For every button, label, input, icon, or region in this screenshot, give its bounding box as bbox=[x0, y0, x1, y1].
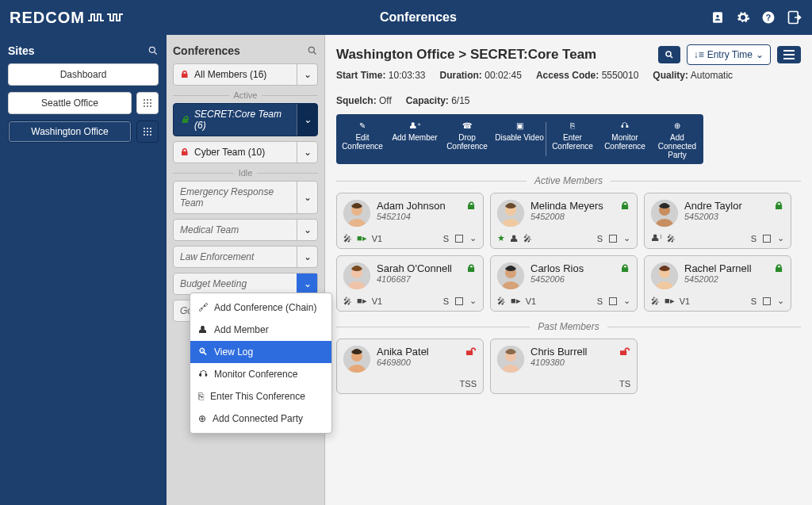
video-icon: ■▸ bbox=[665, 296, 675, 306]
member-name: Rachel Parnell bbox=[684, 262, 752, 274]
conferences-title: Conferences bbox=[173, 44, 240, 57]
search-icon: 🔍︎ bbox=[198, 346, 208, 358]
video-tag: V1 bbox=[372, 234, 382, 243]
site-grid-icon[interactable] bbox=[136, 92, 159, 114]
member-card[interactable]: Adam Johnson 5452104 🔒︎ 🎤︎■▸ V1 S ⌄ bbox=[336, 193, 484, 249]
avatar bbox=[497, 262, 524, 289]
conf-item[interactable]: Medical Team⌄ bbox=[173, 219, 318, 241]
menu-add-chain[interactable]: 🔗︎Add Conference (Chain) bbox=[190, 296, 331, 319]
site-seattle[interactable]: Seattle Office bbox=[8, 92, 132, 114]
chevron-down-icon[interactable]: ⌄ bbox=[623, 233, 630, 243]
menu-enter[interactable]: ⎘Enter This Conference bbox=[190, 385, 331, 407]
checkbox[interactable] bbox=[763, 297, 771, 305]
member-number: 4106687 bbox=[377, 274, 452, 284]
active-members-label: Active Members bbox=[336, 175, 801, 186]
menu-view-log[interactable]: 🔍︎View Log bbox=[190, 341, 331, 363]
chevron-down-icon[interactable]: ⌄ bbox=[469, 296, 477, 306]
checkbox[interactable] bbox=[609, 235, 617, 243]
checkbox[interactable] bbox=[609, 297, 617, 305]
headphones-icon: 🎧︎ bbox=[198, 369, 208, 380]
checkbox[interactable] bbox=[455, 235, 463, 243]
site-washington[interactable]: Washington Office bbox=[8, 121, 132, 143]
svg-rect-27 bbox=[783, 54, 795, 55]
svg-rect-28 bbox=[783, 58, 795, 59]
action-monitor[interactable]: 🎧︎Monitor Conference bbox=[599, 119, 651, 159]
member-number: 4109380 bbox=[530, 358, 588, 367]
chevron-down-icon[interactable]: ⌄ bbox=[297, 247, 317, 267]
member-card[interactable]: Rachel Parnell 5452002 🔒︎ 🎤︎■▸ V1 S ⌄ bbox=[644, 255, 791, 312]
chevron-down-icon[interactable]: ⌄ bbox=[297, 182, 317, 213]
sort-button[interactable]: ↓≡ Entry Time ⌄ bbox=[687, 44, 771, 65]
s-tag: S bbox=[751, 296, 756, 306]
member-card[interactable]: Carlos Rios 5452006 🔒︎ 🎤︎■▸ V1 S ⌄ bbox=[490, 255, 638, 312]
add-party-icon: ⊕ bbox=[653, 119, 702, 132]
chevron-down-icon[interactable]: ⌄ bbox=[297, 104, 317, 136]
svg-point-7 bbox=[147, 99, 148, 101]
conf-all-members[interactable]: 🔒︎All Members (16) ⌄ bbox=[173, 63, 318, 86]
add-user-icon: 👤︎⁺ bbox=[390, 119, 439, 132]
member-card[interactable]: Melinda Meyers 5452008 🔒︎ ★👤︎🎤︎ S ⌄ bbox=[490, 193, 638, 249]
svg-text:?: ? bbox=[766, 13, 771, 22]
conf-secret-core[interactable]: 🔒︎SECRET:Core Team (6) ⌄ bbox=[173, 103, 318, 136]
search-button[interactable] bbox=[658, 46, 680, 63]
s-tag: S bbox=[751, 234, 756, 243]
member-card[interactable]: Andre Taylor 5452003 🔒︎ 👤︎⁾🎤︎ S ⌄ bbox=[644, 193, 791, 249]
link-icon: 🔗︎ bbox=[198, 302, 208, 313]
member-name: Adam Johnson bbox=[377, 200, 446, 212]
action-add-party[interactable]: ⊕Add Connected Party bbox=[651, 119, 703, 159]
conf-item[interactable]: Emergency Response Team⌄ bbox=[173, 181, 318, 214]
menu-add-member[interactable]: 👤︎Add Member bbox=[190, 319, 331, 341]
logout-icon[interactable] bbox=[787, 10, 802, 25]
search-icon[interactable] bbox=[147, 45, 159, 56]
conf-cyber-team[interactable]: 🔒︎Cyber Team (10) ⌄ bbox=[173, 141, 318, 163]
dashboard-button[interactable]: Dashboard bbox=[8, 63, 159, 86]
svg-point-25 bbox=[666, 52, 671, 56]
menu-monitor[interactable]: 🎧︎Monitor Conference bbox=[190, 363, 331, 385]
chevron-down-icon[interactable]: ⌄ bbox=[297, 64, 317, 85]
member-card[interactable]: Anika Patel 6469800 🔓︎ TSS bbox=[336, 339, 484, 394]
action-drop[interactable]: ☎︎Drop Conference bbox=[441, 119, 493, 159]
video-icon: ■▸ bbox=[357, 233, 367, 243]
checkbox[interactable] bbox=[455, 297, 463, 305]
chevron-down-icon[interactable]: ⌄ bbox=[297, 220, 317, 240]
member-card[interactable]: Chris Burrell 4109380 🔓︎ TS bbox=[490, 339, 638, 394]
svg-point-8 bbox=[150, 99, 151, 101]
lock-icon: 🔒︎ bbox=[180, 114, 190, 125]
s-tag: S bbox=[597, 296, 603, 306]
action-edit[interactable]: ✎Edit Conference bbox=[336, 119, 389, 159]
action-add-member[interactable]: 👤︎⁺Add Member bbox=[389, 119, 441, 159]
action-disable-video[interactable]: ▣Disable Video bbox=[493, 119, 546, 159]
mic-icon: 🎤︎ bbox=[651, 296, 660, 306]
mic-icon: 🎤︎ bbox=[523, 234, 532, 243]
search-icon[interactable] bbox=[307, 45, 318, 56]
video-off-icon: ▣ bbox=[495, 119, 544, 132]
list-view-button[interactable] bbox=[777, 46, 801, 63]
video-tag: V1 bbox=[526, 296, 536, 306]
contacts-icon[interactable] bbox=[710, 10, 725, 25]
sites-title: Sites bbox=[8, 44, 34, 57]
chevron-down-icon[interactable]: ⌄ bbox=[297, 142, 317, 163]
lock-icon: 🔒︎ bbox=[180, 69, 190, 80]
chevron-down-icon[interactable]: ⌄ bbox=[297, 274, 317, 294]
checkbox[interactable] bbox=[763, 235, 771, 243]
chevron-down-icon[interactable]: ⌄ bbox=[469, 233, 477, 243]
gear-icon[interactable] bbox=[736, 10, 750, 25]
phone-down-icon: ☎︎ bbox=[442, 119, 492, 132]
chevron-down-icon[interactable]: ⌄ bbox=[777, 296, 784, 306]
member-name: Sarah O'Connell bbox=[377, 262, 452, 274]
conf-item[interactable]: Law Enforcement⌄ bbox=[173, 246, 318, 268]
conference-context-menu: 🔗︎Add Conference (Chain) 👤︎Add Member 🔍︎… bbox=[190, 293, 332, 434]
action-bar: ✎Edit Conference 👤︎⁺Add Member ☎︎Drop Co… bbox=[336, 114, 703, 164]
site-grid-icon[interactable] bbox=[136, 121, 159, 143]
brand-logo: REDCOM bbox=[10, 9, 126, 27]
chevron-down-icon[interactable]: ⌄ bbox=[777, 233, 784, 243]
member-name: Melinda Meyers bbox=[530, 200, 603, 212]
menu-add-party[interactable]: ⊕Add Connected Party bbox=[190, 407, 331, 430]
lock-icon: 🔒︎ bbox=[180, 147, 190, 158]
conf-budget-meeting[interactable]: Budget Meeting ⌄ 🔗︎Add Conference (Chain… bbox=[173, 273, 318, 295]
member-card[interactable]: Sarah O'Connell 4106687 🔒︎ 🎤︎■▸ V1 S ⌄ bbox=[336, 255, 484, 312]
help-icon[interactable]: ? bbox=[761, 10, 776, 25]
video-icon: ■▸ bbox=[357, 296, 367, 306]
chevron-down-icon[interactable]: ⌄ bbox=[623, 296, 630, 306]
action-enter[interactable]: ⎘Enter Conference bbox=[546, 119, 599, 159]
